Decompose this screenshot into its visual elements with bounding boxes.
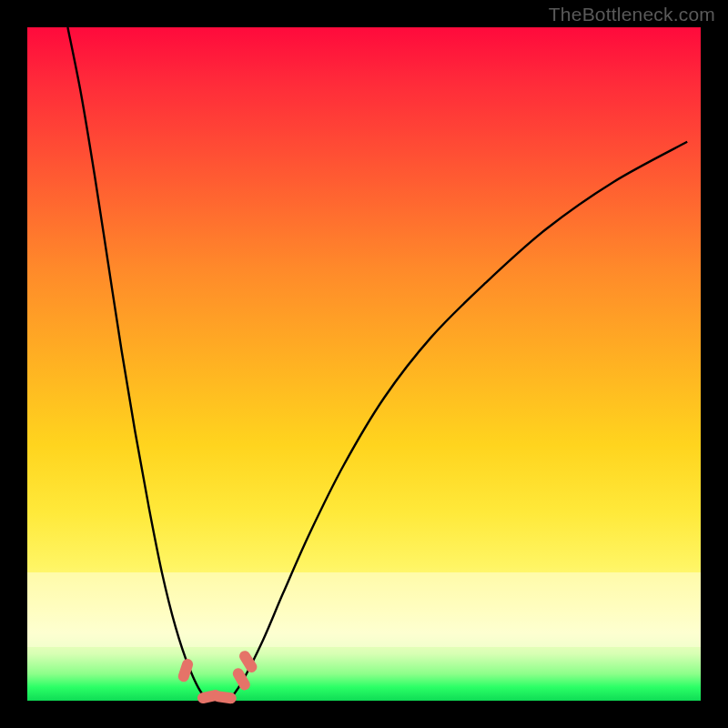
marker-layer bbox=[177, 649, 259, 704]
curve-left-branch bbox=[67, 27, 216, 701]
curve-right-branch bbox=[229, 142, 687, 701]
marker-3 bbox=[212, 691, 237, 705]
curves-svg bbox=[27, 27, 701, 701]
watermark-text: TheBottleneck.com bbox=[549, 4, 715, 25]
curve-layer bbox=[67, 27, 687, 701]
marker-1 bbox=[177, 657, 194, 682]
chart-frame: TheBottleneck.com bbox=[0, 0, 728, 728]
